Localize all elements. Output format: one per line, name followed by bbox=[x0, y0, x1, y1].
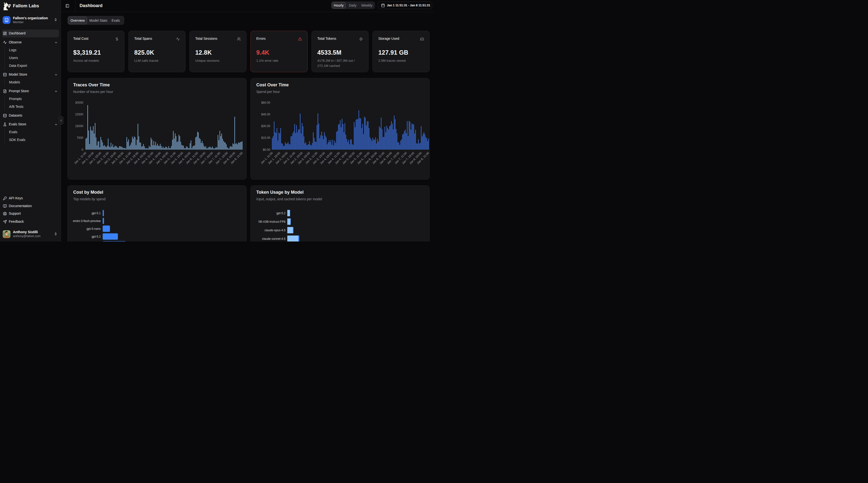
svg-text:gpt-5.1: gpt-5.1 bbox=[92, 212, 101, 215]
svg-text:claude-sonnet-4.5: claude-sonnet-4.5 bbox=[262, 237, 285, 240]
svg-text:gemini-3-flash-preview: gemini-3-flash-preview bbox=[71, 219, 101, 223]
svg-text:15000: 15000 bbox=[75, 124, 84, 128]
svg-text:claude-opus-4.5: claude-opus-4.5 bbox=[265, 229, 285, 232]
svg-text:30000: 30000 bbox=[75, 101, 84, 104]
svg-text:$15.00: $15.00 bbox=[261, 136, 270, 139]
svg-text:$60.00: $60.00 bbox=[261, 101, 270, 104]
svg-text:0: 0 bbox=[82, 148, 83, 152]
svg-text:0B-A3B-Instruct-FP8: 0B-A3B-Instruct-FP8 bbox=[258, 220, 286, 223]
svg-text:$30.00: $30.00 bbox=[261, 124, 270, 128]
svg-text:gpt-5.2: gpt-5.2 bbox=[276, 212, 286, 215]
svg-text:$0.00: $0.00 bbox=[263, 148, 270, 152]
svg-text:gpt-5.2: gpt-5.2 bbox=[92, 235, 101, 238]
svg-text:gpt-5-nano: gpt-5-nano bbox=[86, 227, 100, 230]
svg-text:22500: 22500 bbox=[75, 113, 84, 116]
svg-text:7500: 7500 bbox=[76, 136, 83, 139]
svg-text:$45.00: $45.00 bbox=[261, 113, 270, 116]
